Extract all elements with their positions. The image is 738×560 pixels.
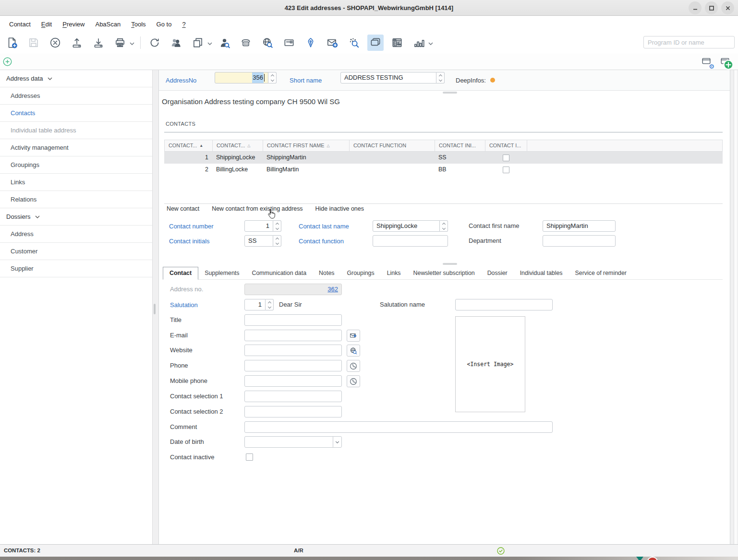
inactive-checkbox[interactable] bbox=[503, 167, 509, 173]
column-contact-function[interactable]: CONTACT FUNCTION bbox=[350, 140, 435, 151]
table-settings-button[interactable]: ⚙ bbox=[701, 56, 713, 68]
splitter-handle[interactable] bbox=[443, 92, 457, 94]
tab-supplements[interactable]: Supplements bbox=[198, 267, 245, 279]
contact-last-name-field[interactable]: ShippingLocke bbox=[373, 220, 440, 232]
sidebar-item-customer[interactable]: Customer bbox=[0, 243, 152, 260]
export-button[interactable] bbox=[69, 35, 85, 51]
contact-number-spinner[interactable] bbox=[273, 220, 281, 232]
menu-goto[interactable]: Go to bbox=[151, 18, 177, 31]
tab-links[interactable]: Links bbox=[381, 267, 407, 279]
web-search-button[interactable] bbox=[259, 35, 276, 51]
phone-button[interactable] bbox=[238, 35, 254, 51]
deepinfos-status-dot[interactable] bbox=[490, 78, 495, 83]
sidebar-item-groupings[interactable]: Groupings bbox=[0, 156, 152, 174]
sidebar-item-addresses[interactable]: Addresses bbox=[0, 87, 152, 105]
import-button[interactable] bbox=[90, 35, 107, 51]
browser-windows-button[interactable] bbox=[367, 35, 384, 51]
address-no-spinner[interactable] bbox=[268, 72, 277, 83]
short-name-field[interactable]: ADDRESS TESTING bbox=[340, 72, 436, 83]
sidebar-item-contacts[interactable]: Contacts bbox=[0, 105, 152, 122]
menu-abascan[interactable]: AbaScan bbox=[90, 18, 126, 31]
tab-notes[interactable]: Notes bbox=[313, 267, 340, 279]
contact-initials-field[interactable]: SS bbox=[244, 235, 273, 247]
contact-selection1-field[interactable] bbox=[244, 391, 342, 402]
website-field[interactable] bbox=[244, 345, 342, 356]
tab-dossier[interactable]: Dossier bbox=[481, 267, 514, 279]
chart-button[interactable] bbox=[411, 35, 427, 51]
abascan-pen-button[interactable] bbox=[302, 35, 319, 51]
contacts-button[interactable] bbox=[168, 35, 184, 51]
date-dropdown-button[interactable] bbox=[333, 436, 341, 448]
sidebar-item-supplier[interactable]: Supplier bbox=[0, 260, 152, 277]
menu-contact[interactable]: Contact bbox=[4, 18, 36, 31]
sidebar-resize-handle[interactable] bbox=[154, 304, 156, 314]
sidebar-section-dossiers[interactable]: Dossiers bbox=[0, 208, 152, 226]
address-no-link[interactable]: 362 bbox=[327, 284, 338, 295]
column-contact-first-name[interactable]: CONTACT FIRST NAME△ bbox=[263, 140, 350, 151]
new-contact-action[interactable]: New contact bbox=[167, 205, 199, 212]
copy-document-button[interactable] bbox=[190, 35, 206, 51]
menu-tools[interactable]: Tools bbox=[126, 18, 151, 31]
splitter-handle[interactable] bbox=[443, 263, 457, 265]
tab-service-of-reminder[interactable]: Service of reminder bbox=[569, 267, 633, 279]
tab-contact[interactable]: Contact bbox=[163, 267, 198, 280]
new-contact-from-existing-action[interactable]: New contact from existing address bbox=[212, 205, 302, 212]
sidebar-item-relations[interactable]: Relations bbox=[0, 191, 152, 208]
taskbar-app-icon[interactable] bbox=[636, 557, 643, 560]
send-email-button[interactable] bbox=[347, 330, 360, 342]
tab-communication-data[interactable]: Communication data bbox=[245, 267, 313, 279]
menu-preview[interactable]: Preview bbox=[57, 18, 90, 31]
tab-groupings[interactable]: Groupings bbox=[340, 267, 380, 279]
contact-last-name-spinner[interactable] bbox=[440, 220, 448, 232]
salutation-name-field[interactable] bbox=[455, 299, 553, 310]
maximize-button[interactable] bbox=[705, 1, 718, 14]
open-website-button[interactable] bbox=[347, 345, 360, 357]
title-field[interactable] bbox=[244, 314, 342, 326]
department-field[interactable] bbox=[543, 235, 616, 247]
mobile-phone-field[interactable] bbox=[244, 375, 342, 387]
taskbar-app-icon[interactable] bbox=[647, 557, 658, 560]
print-dropdown[interactable] bbox=[130, 38, 134, 47]
close-button[interactable] bbox=[721, 1, 734, 14]
address-no-field[interactable]: 356 bbox=[215, 72, 268, 83]
program-search-input[interactable] bbox=[643, 36, 735, 48]
contact-selection2-field[interactable] bbox=[244, 406, 342, 417]
table-row[interactable]: 1 ShippingLocke ShippingMartin SS bbox=[164, 152, 723, 164]
column-contact-inactive[interactable]: CONTACT I... bbox=[485, 140, 527, 151]
tab-individual-tables[interactable]: Individual tables bbox=[514, 267, 569, 279]
contact-function-field[interactable] bbox=[373, 235, 448, 247]
contact-inactive-checkbox[interactable] bbox=[246, 453, 253, 461]
table-row[interactable]: 2 BillingLocke BillingMartin BB bbox=[164, 164, 723, 176]
email-field[interactable] bbox=[244, 330, 342, 341]
sidebar-item-individual-table-address[interactable]: Individual table address bbox=[0, 122, 152, 139]
sidebar-item-address[interactable]: Address bbox=[0, 226, 152, 243]
refresh-button[interactable] bbox=[146, 35, 163, 51]
new-mail-button[interactable] bbox=[324, 35, 340, 51]
data-search-button[interactable] bbox=[346, 35, 362, 51]
column-contact-initials[interactable]: CONTACT INI... bbox=[435, 140, 485, 151]
sidebar-item-activity-management[interactable]: Activity management bbox=[0, 139, 152, 156]
inactive-checkbox[interactable] bbox=[503, 155, 509, 161]
menu-help[interactable]: ? bbox=[177, 18, 191, 31]
short-name-spinner[interactable] bbox=[436, 72, 445, 83]
comment-field[interactable] bbox=[244, 421, 553, 433]
save-button[interactable] bbox=[25, 35, 42, 51]
scrollbar-track[interactable] bbox=[730, 70, 738, 544]
menu-edit[interactable]: Edit bbox=[36, 18, 57, 31]
call-phone-button[interactable] bbox=[347, 360, 360, 372]
contact-number-field[interactable]: 1 bbox=[244, 220, 273, 232]
sidebar-item-links[interactable]: Links bbox=[0, 174, 152, 191]
person-search-button[interactable] bbox=[216, 35, 232, 51]
copy-document-dropdown[interactable] bbox=[207, 38, 212, 47]
chart-dropdown[interactable] bbox=[428, 38, 433, 47]
phone-field[interactable] bbox=[244, 360, 342, 371]
sidebar-section-address-data[interactable]: Address data bbox=[0, 70, 152, 87]
tab-newsletter-subscription[interactable]: Newsletter subscription bbox=[407, 267, 481, 279]
table-add-button[interactable] bbox=[720, 56, 731, 68]
add-view-button[interactable] bbox=[2, 56, 13, 69]
contact-initials-spinner[interactable] bbox=[273, 235, 281, 247]
address-card-button[interactable] bbox=[281, 35, 297, 51]
call-mobile-button[interactable] bbox=[347, 375, 360, 387]
column-contact-no[interactable]: CONTACT...▲ bbox=[165, 140, 213, 151]
hide-inactive-action[interactable]: Hide inactive ones bbox=[315, 205, 364, 212]
